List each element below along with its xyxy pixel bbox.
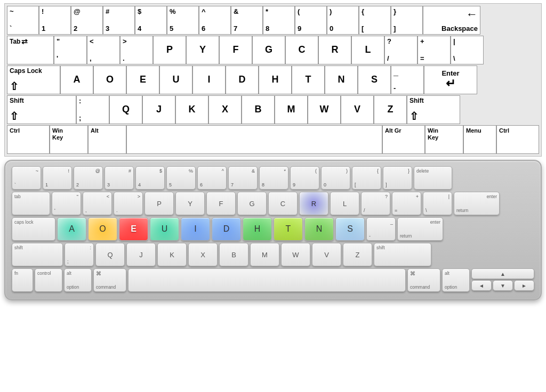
mac-key-9[interactable]: (9 (290, 166, 319, 190)
mac-key-arrow-up[interactable]: ▲ (471, 268, 534, 279)
key-2[interactable]: @2 (71, 6, 103, 35)
mac-key-lt[interactable]: <, (83, 192, 112, 215)
mac-key-delete[interactable]: delete (414, 166, 452, 190)
mac-key-dash[interactable]: _- (366, 217, 396, 241)
mac-key-arrow-left[interactable]: ◄ (471, 280, 492, 291)
key-3[interactable]: #3 (103, 6, 135, 35)
mac-key-0[interactable]: )0 (321, 166, 350, 190)
mac-key-fn[interactable]: fn (12, 268, 33, 292)
key-N[interactable]: N (325, 66, 358, 94)
key-altgr[interactable]: Alt Gr (382, 125, 425, 154)
key-5[interactable]: %5 (167, 6, 199, 35)
mac-key-Q[interactable]: Q (95, 243, 125, 266)
mac-key-gt[interactable]: >. (114, 192, 143, 215)
key-qmark[interactable]: ?/ (384, 36, 417, 64)
key-pipe[interactable]: |\ (451, 36, 484, 64)
mac-key-G[interactable]: G (237, 192, 267, 215)
mac-key-R[interactable]: R (299, 192, 328, 215)
key-6[interactable]: ^6 (199, 6, 231, 35)
key-Y[interactable]: Y (186, 36, 219, 64)
mac-key-arrow-down[interactable]: ▼ (493, 280, 513, 291)
key-J[interactable]: J (142, 95, 175, 124)
mac-key-S-heat[interactable]: S (335, 217, 365, 241)
mac-key-J[interactable]: J (126, 243, 156, 266)
key-gt[interactable]: >. (120, 36, 153, 64)
mac-key-capslock[interactable]: caps lock (12, 217, 55, 241)
mac-key-option-right[interactable]: alt option (442, 268, 470, 292)
key-C[interactable]: C (285, 36, 318, 64)
key-ctrl-left[interactable]: Ctrl (7, 125, 50, 154)
mac-key-shift-right[interactable]: shift (374, 243, 431, 266)
key-7[interactable]: &7 (231, 6, 263, 35)
key-H[interactable]: H (259, 66, 292, 94)
key-X[interactable]: X (208, 95, 242, 124)
mac-key-U-heat[interactable]: U (150, 217, 179, 241)
mac-key-D-heat[interactable]: D (212, 217, 241, 241)
mac-key-A-heat[interactable]: A (57, 217, 86, 241)
key-plus[interactable]: += (417, 36, 451, 64)
mac-key-7[interactable]: &7 (228, 166, 258, 190)
key-underscore[interactable]: _- (391, 66, 424, 94)
mac-key-H-heat[interactable]: H (243, 217, 272, 241)
key-capslock[interactable]: Caps Lock ⇧ (7, 66, 60, 94)
mac-key-2[interactable]: @2 (74, 166, 103, 190)
key-tilde[interactable]: ~` (7, 6, 39, 35)
mac-key-quote[interactable]: "' (52, 192, 81, 215)
mac-key-K[interactable]: K (157, 243, 187, 266)
key-enter[interactable]: Enter ↵ (424, 66, 477, 94)
mac-key-6[interactable]: ^6 (197, 166, 227, 190)
key-Q[interactable]: Q (109, 95, 142, 124)
key-1[interactable]: !1 (39, 6, 71, 35)
key-A[interactable]: A (60, 66, 93, 94)
key-T[interactable]: T (292, 66, 325, 94)
key-L[interactable]: L (351, 36, 384, 64)
key-shift-left[interactable]: Shift ⇧ (7, 95, 76, 124)
key-backspace[interactable]: ← Backspace (423, 6, 480, 35)
mac-key-1[interactable]: !1 (43, 166, 72, 190)
key-tab[interactable]: Tab ⇄ (7, 36, 54, 64)
mac-key-qmark[interactable]: ?/ (361, 192, 390, 215)
mac-key-C[interactable]: C (268, 192, 298, 215)
mac-key-4[interactable]: $4 (135, 166, 165, 190)
key-P[interactable]: P (153, 36, 186, 64)
mac-key-lbracket[interactable]: {[ (352, 166, 381, 190)
key-8[interactable]: *8 (263, 6, 295, 35)
mac-key-cmd-right[interactable]: ⌘ command (407, 268, 440, 292)
key-B[interactable]: B (242, 95, 275, 124)
mac-key-F[interactable]: F (206, 192, 236, 215)
mac-key-W[interactable]: W (281, 243, 310, 266)
mac-key-T-heat[interactable]: T (274, 217, 303, 241)
key-lbracket[interactable]: {[ (359, 6, 391, 35)
key-Z[interactable]: Z (374, 95, 407, 124)
key-O[interactable]: O (93, 66, 126, 94)
mac-key-O-heat[interactable]: O (88, 217, 117, 241)
mac-key-cmd-left[interactable]: ⌘ command (93, 268, 126, 292)
key-F[interactable]: F (219, 36, 252, 64)
mac-key-V[interactable]: V (312, 243, 341, 266)
mac-key-P[interactable]: P (144, 192, 174, 215)
key-win-left[interactable]: WinKey (50, 125, 88, 154)
key-colon[interactable]: :; (76, 95, 109, 124)
key-0[interactable]: )0 (327, 6, 359, 35)
key-R[interactable]: R (318, 36, 351, 64)
key-W[interactable]: W (308, 95, 341, 124)
mac-key-enter2[interactable]: enter return (397, 217, 443, 241)
mac-key-pipe[interactable]: |\ (423, 192, 452, 215)
mac-key-3[interactable]: #3 (105, 166, 134, 190)
mac-key-B[interactable]: B (219, 243, 248, 266)
mac-key-tab[interactable]: tab (12, 192, 50, 215)
key-alt-left[interactable]: Alt (88, 125, 126, 154)
mac-key-Y[interactable]: Y (175, 192, 205, 215)
mac-key-M[interactable]: M (250, 243, 279, 266)
key-rbracket[interactable]: }] (391, 6, 423, 35)
key-I[interactable]: I (192, 66, 226, 94)
mac-key-5[interactable]: %5 (166, 166, 196, 190)
mac-key-colon[interactable]: :; (65, 243, 94, 266)
key-S[interactable]: S (358, 66, 391, 94)
key-lt[interactable]: <, (87, 36, 120, 64)
key-E[interactable]: E (126, 66, 159, 94)
key-space[interactable] (126, 125, 382, 154)
mac-key-enter[interactable]: enter return (454, 192, 500, 215)
mac-key-L[interactable]: L (330, 192, 359, 215)
mac-key-shift-left[interactable]: shift (12, 243, 63, 266)
